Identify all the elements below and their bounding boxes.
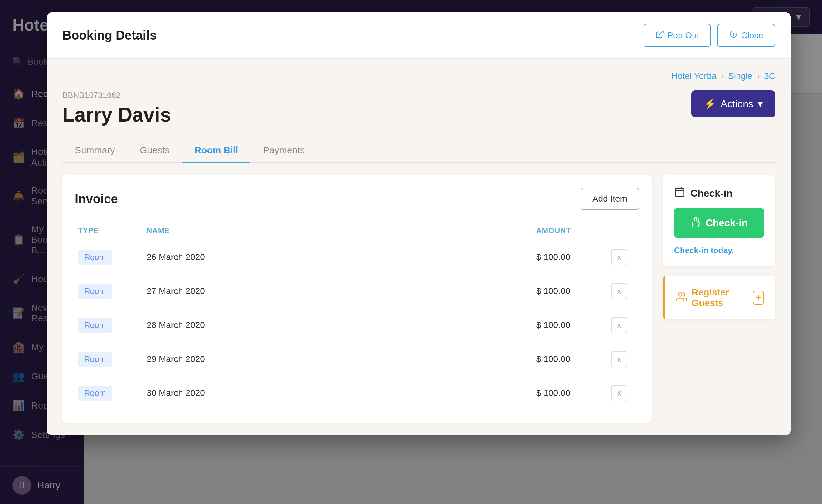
hand-icon bbox=[690, 216, 701, 229]
breadcrumb-hotel[interactable]: Hotel Yorba bbox=[671, 71, 717, 81]
col-type: TYPE bbox=[78, 226, 146, 235]
breadcrumb: Hotel Yorba › Single › 3C bbox=[62, 71, 775, 81]
register-guests-label: Register Guests bbox=[692, 287, 748, 308]
row-amount: $ 100.00 bbox=[536, 252, 611, 262]
row-name: 29 March 2020 bbox=[146, 354, 536, 364]
row-amount: $ 100.00 bbox=[536, 354, 611, 364]
type-badge: Room bbox=[78, 386, 112, 401]
actions-button[interactable]: ⚡ Actions ▾ bbox=[691, 90, 775, 117]
pop-out-label: Pop Out bbox=[667, 31, 700, 41]
close-button[interactable]: Close bbox=[717, 24, 775, 47]
row-name: 30 March 2020 bbox=[146, 388, 536, 398]
today-highlight: today. bbox=[711, 246, 734, 255]
row-amount: $ 100.00 bbox=[536, 388, 611, 398]
modal-body: Hotel Yorba › Single › 3C BBNB10731662 L… bbox=[47, 59, 791, 435]
invoice-header: Invoice Add Item bbox=[75, 188, 639, 210]
col-name: NAME bbox=[146, 226, 536, 235]
col-action bbox=[611, 226, 636, 235]
tab-payments[interactable]: Payments bbox=[251, 139, 317, 163]
register-guests-card: Register Guests + bbox=[663, 276, 775, 319]
tab-summary[interactable]: Summary bbox=[62, 139, 127, 163]
register-plus-button[interactable]: + bbox=[753, 291, 764, 305]
chevron-down-icon: ▾ bbox=[758, 98, 763, 110]
breadcrumb-sep: › bbox=[721, 71, 724, 81]
checkin-icon bbox=[674, 186, 685, 200]
pop-out-icon bbox=[656, 30, 664, 41]
type-badge: Room bbox=[78, 284, 112, 299]
modal-header: Booking Details Pop Out bbox=[47, 12, 791, 59]
checkin-title: Check-in bbox=[674, 186, 764, 200]
breadcrumb-sep2: › bbox=[757, 71, 760, 81]
invoice-columns: TYPE NAME AMOUNT bbox=[75, 221, 639, 240]
col-amount: AMOUNT bbox=[536, 226, 611, 235]
add-item-button[interactable]: Add Item bbox=[580, 188, 639, 210]
register-title[interactable]: Register Guests + bbox=[676, 287, 764, 308]
close-icon bbox=[729, 30, 738, 41]
svg-point-6 bbox=[679, 292, 682, 296]
svg-rect-2 bbox=[676, 188, 684, 197]
invoice-title: Invoice bbox=[75, 192, 118, 206]
type-badge: Room bbox=[78, 352, 112, 367]
close-label: Close bbox=[741, 31, 763, 41]
actions-label: Actions bbox=[721, 98, 753, 110]
delete-row-button[interactable]: x bbox=[611, 249, 627, 265]
invoice-row: Room 30 March 2020 $ 100.00 x bbox=[75, 376, 639, 410]
users-icon bbox=[676, 291, 687, 305]
delete-row-button[interactable]: x bbox=[611, 351, 627, 367]
right-panel: Check-in Check-in bbox=[663, 175, 775, 423]
tab-room-bill[interactable]: Room Bill bbox=[182, 139, 251, 163]
invoice-row: Room 26 March 2020 $ 100.00 x bbox=[75, 240, 639, 274]
invoice-card: Invoice Add Item TYPE NAME AMOUNT Room 2… bbox=[62, 175, 652, 423]
invoice-row: Room 29 March 2020 $ 100.00 x bbox=[75, 342, 639, 376]
invoice-row: Room 27 March 2020 $ 100.00 x bbox=[75, 274, 639, 308]
delete-row-button[interactable]: x bbox=[611, 317, 627, 333]
checkin-note: Check-in today. bbox=[674, 246, 764, 255]
booking-id: BBNB10731662 bbox=[62, 90, 171, 100]
tabs: Summary Guests Room Bill Payments bbox=[62, 139, 775, 163]
breadcrumb-room-type[interactable]: Single bbox=[728, 71, 752, 81]
main-content: Invoice Add Item TYPE NAME AMOUNT Room 2… bbox=[62, 175, 775, 423]
delete-row-button[interactable]: x bbox=[611, 283, 627, 299]
row-name: 28 March 2020 bbox=[146, 320, 536, 330]
checkin-button[interactable]: Check-in bbox=[674, 208, 764, 238]
type-badge: Room bbox=[78, 250, 112, 265]
guest-name: Larry Davis bbox=[62, 103, 171, 126]
booking-details-left: BBNB10731662 Larry Davis bbox=[62, 90, 171, 126]
checkin-title-text: Check-in bbox=[690, 188, 733, 199]
row-name: 27 March 2020 bbox=[146, 286, 536, 296]
modal-title: Booking Details bbox=[62, 28, 156, 42]
booking-details-modal: Booking Details Pop Out bbox=[47, 12, 791, 435]
modal-header-actions: Pop Out Close bbox=[644, 24, 775, 47]
type-badge: Room bbox=[78, 318, 112, 333]
checkin-card: Check-in Check-in bbox=[663, 175, 775, 266]
svg-line-0 bbox=[659, 31, 663, 35]
breadcrumb-room[interactable]: 3C bbox=[764, 71, 775, 81]
pop-out-button[interactable]: Pop Out bbox=[644, 24, 711, 47]
row-name: 26 March 2020 bbox=[146, 252, 536, 262]
invoice-table: TYPE NAME AMOUNT Room 26 March 2020 $ 10… bbox=[75, 221, 639, 410]
row-amount: $ 100.00 bbox=[536, 320, 611, 330]
lightning-icon: ⚡ bbox=[704, 98, 716, 110]
checkin-btn-label: Check-in bbox=[705, 217, 748, 229]
delete-row-button[interactable]: x bbox=[611, 385, 627, 401]
tab-guests[interactable]: Guests bbox=[127, 139, 182, 163]
booking-info: BBNB10731662 Larry Davis ⚡ Actions ▾ bbox=[62, 90, 775, 126]
row-amount: $ 100.00 bbox=[536, 286, 611, 296]
invoice-row: Room 28 March 2020 $ 100.00 x bbox=[75, 308, 639, 342]
